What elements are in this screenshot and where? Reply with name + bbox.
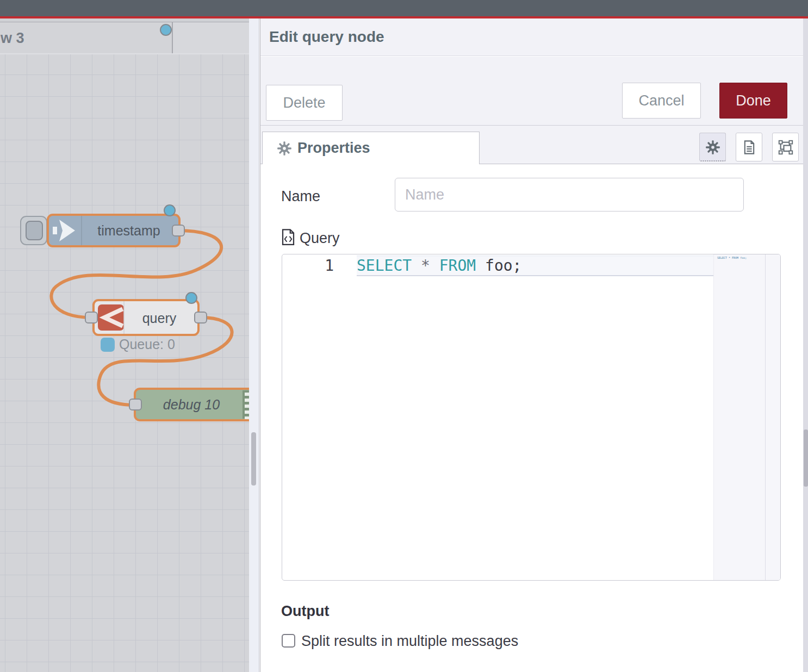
tab-properties-label: Properties <box>297 140 370 157</box>
gear-icon <box>705 140 720 155</box>
tray-form: Name Query 1 SELECT * FROM foo; SELECT *… <box>260 164 804 672</box>
query-node-label: query <box>142 310 177 326</box>
flow-tab-next[interactable] <box>172 22 249 53</box>
appearance-frame-icon <box>778 140 793 155</box>
gear-icon <box>277 141 292 156</box>
tray-tab-bar: Properties <box>260 126 804 164</box>
query-output-port[interactable] <box>195 312 207 323</box>
inject-node-label: timestamp <box>97 223 160 238</box>
editor-overview-ruler <box>765 254 781 580</box>
node-appearance-button[interactable] <box>772 133 799 161</box>
editor-line-number: 1 <box>282 257 334 278</box>
debug-node-label: debug 10 <box>163 397 220 412</box>
canvas-scrollbar-track <box>249 18 259 672</box>
document-icon <box>742 140 757 155</box>
delete-button[interactable]: Delete <box>266 85 343 121</box>
sql-keyword: SELECT <box>357 257 412 275</box>
split-results-label: Split results in multiple messages <box>301 633 518 650</box>
query-status-text: Queue: 0 <box>119 337 175 352</box>
page-scrollbar-track <box>803 18 808 672</box>
node-debug[interactable]: debug 10 <box>129 389 249 420</box>
inject-output-port[interactable] <box>172 225 184 236</box>
tab-properties[interactable]: Properties <box>262 132 480 164</box>
debug-input-port[interactable] <box>129 399 141 410</box>
flow-workspace: w 3 timestamp <box>0 18 249 672</box>
done-button[interactable]: Done <box>719 83 787 119</box>
query-input-port[interactable] <box>85 312 97 323</box>
canvas-scrollbar-thumb[interactable] <box>251 432 256 486</box>
sql-operator: * <box>412 257 439 275</box>
name-input[interactable] <box>395 178 744 211</box>
editor-minimap[interactable]: SELECT * FROM foo; <box>713 254 765 580</box>
file-code-icon <box>281 229 295 245</box>
workspace-tab-bar: w 3 <box>0 18 249 53</box>
name-label: Name <box>281 188 320 205</box>
edit-tray: Edit query node Delete Cancel Done <box>260 18 804 672</box>
show-description-button[interactable] <box>736 133 762 161</box>
flow-tab[interactable]: w 3 <box>0 22 172 53</box>
minimap-code-line: SELECT * FROM foo; <box>717 256 747 259</box>
tray-title: Edit query node <box>269 28 384 46</box>
page-scrollbar-thumb[interactable] <box>804 430 808 487</box>
output-section-label: Output <box>281 603 329 620</box>
sql-code-editor[interactable]: 1 SELECT * FROM foo; SELECT * FROM foo; <box>282 254 781 581</box>
sql-keyword: FROM <box>439 257 476 275</box>
query-status-dot <box>101 338 115 352</box>
split-results-checkbox[interactable] <box>282 634 295 648</box>
app-header-bar <box>0 0 808 16</box>
tray-toolbar: Delete Cancel Done <box>260 57 804 126</box>
show-properties-button[interactable] <box>699 133 726 161</box>
sql-identifier: foo; <box>476 257 521 275</box>
query-changed-dot <box>186 293 197 303</box>
flow-tab-label: w 3 <box>1 30 24 47</box>
inject-changed-dot <box>164 205 175 216</box>
tray-header: Edit query node <box>260 18 804 56</box>
editor-code-line[interactable]: SELECT * FROM foo; <box>357 257 521 275</box>
inject-trigger-button-face[interactable] <box>26 221 42 240</box>
cancel-button[interactable]: Cancel <box>622 83 701 119</box>
query-label: Query <box>300 230 340 247</box>
